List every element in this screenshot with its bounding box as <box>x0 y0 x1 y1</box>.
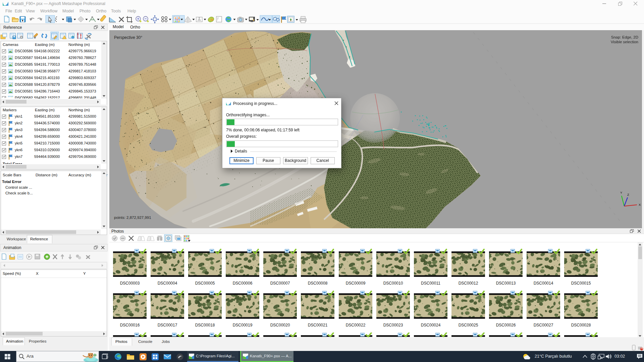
svg-text:Z: Z <box>627 193 629 196</box>
svg-text:Y: Y <box>620 191 623 194</box>
svg-text:X: X <box>639 203 641 206</box>
